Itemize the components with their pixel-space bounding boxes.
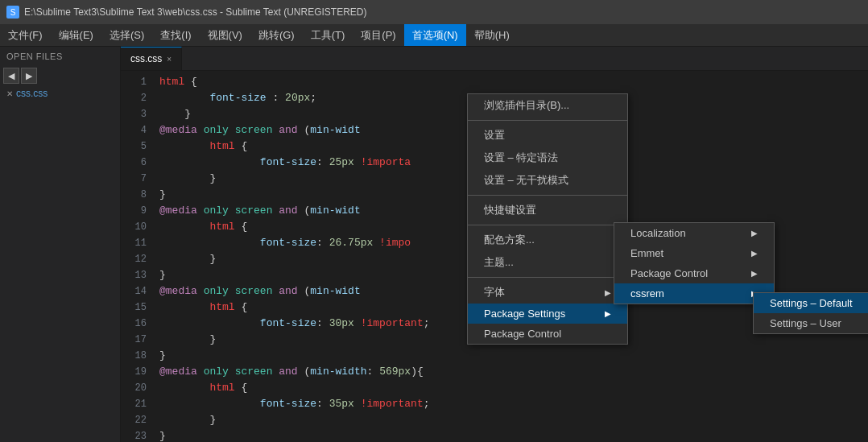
sidebar-file-item[interactable]: ✕ css.css — [0, 85, 120, 101]
app-icon: S — [6, 6, 19, 19]
cssrem-item[interactable]: cssrem ▶ — [614, 283, 774, 304]
title-bar: S E:\Sublime Text3\Sublime Text 3\web\cs… — [0, 0, 868, 24]
dropdown-overlay: 浏览插件目录(B)... 设置 设置 – 特定语法 设置 – 无干扰模式 快捷键… — [121, 47, 868, 442]
package-settings-item[interactable]: Package Settings ▶ — [468, 304, 627, 324]
nav-next-button[interactable]: ▶ — [21, 68, 37, 84]
separator-1 — [468, 120, 627, 121]
package-settings-arrow-icon: ▶ — [605, 309, 611, 318]
menu-view[interactable]: 视图(V) — [200, 24, 250, 46]
browse-packages-item[interactable]: 浏览插件目录(B)... — [468, 94, 627, 117]
emmet-arrow-icon: ▶ — [751, 249, 758, 258]
package-settings-dropdown: Localization ▶ Emmet ▶ Package Control ▶… — [614, 222, 775, 304]
menu-edit[interactable]: 编辑(E) — [51, 24, 101, 46]
menu-preferences[interactable]: 首选项(N) — [404, 24, 466, 46]
title-text: E:\Sublime Text3\Sublime Text 3\web\css.… — [24, 6, 366, 18]
package-control-item[interactable]: Package Control — [468, 324, 627, 344]
theme-item[interactable]: 主题... — [468, 251, 627, 274]
menu-goto[interactable]: 跳转(G) — [250, 24, 303, 46]
settings-user-item[interactable]: Settings – User — [754, 313, 868, 333]
nav-prev-button[interactable]: ◀ — [3, 68, 19, 84]
separator-2 — [468, 195, 627, 196]
editor-area: css.css × 1 2 3 4 5 6 7 8 9 10 11 12 13 … — [121, 47, 868, 442]
color-scheme-item[interactable]: 配色方案... — [468, 229, 627, 251]
sidebar-filename: css.css — [16, 88, 48, 99]
sidebar-header: OPEN FILES — [0, 47, 120, 66]
menu-help[interactable]: 帮助(H) — [466, 24, 518, 46]
emmet-item[interactable]: Emmet ▶ — [614, 243, 774, 263]
menu-project[interactable]: 项目(P) — [353, 24, 403, 46]
menu-bar: 文件(F) 编辑(E) 选择(S) 查找(I) 视图(V) 跳转(G) 工具(T… — [0, 24, 868, 47]
settings-nodistract-item[interactable]: 设置 – 无干扰模式 — [468, 169, 627, 192]
localization-arrow-icon: ▶ — [751, 229, 758, 238]
file-close-icon[interactable]: ✕ — [6, 89, 13, 98]
cssrem-dropdown: Settings – Default Settings – User — [753, 292, 868, 334]
menu-select[interactable]: 选择(S) — [101, 24, 152, 46]
sidebar: OPEN FILES ◀ ▶ ✕ css.css — [0, 47, 121, 442]
font-arrow-icon: ▶ — [605, 288, 611, 297]
settings-item[interactable]: 设置 — [468, 124, 627, 147]
preferences-dropdown: 浏览插件目录(B)... 设置 设置 – 特定语法 设置 – 无干扰模式 快捷键… — [467, 93, 628, 345]
keybindings-item[interactable]: 快捷键设置 — [468, 199, 627, 221]
localization-item[interactable]: Localization ▶ — [614, 223, 774, 243]
menu-file[interactable]: 文件(F) — [0, 24, 51, 46]
settings-specific-item[interactable]: 设置 – 特定语法 — [468, 147, 627, 169]
main-layout: OPEN FILES ◀ ▶ ✕ css.css css.css × 1 2 3… — [0, 47, 868, 442]
separator-3 — [468, 225, 627, 225]
separator-4 — [468, 277, 627, 278]
pkg-control-arrow-icon: ▶ — [751, 269, 758, 278]
pkg-control-item[interactable]: Package Control ▶ — [614, 263, 774, 283]
menu-find[interactable]: 查找(I) — [152, 24, 199, 46]
sidebar-nav: ◀ ▶ — [0, 66, 120, 85]
menu-tools[interactable]: 工具(T) — [303, 24, 353, 46]
settings-default-item[interactable]: Settings – Default — [754, 293, 868, 313]
font-item[interactable]: 字体 ▶ — [468, 281, 627, 304]
